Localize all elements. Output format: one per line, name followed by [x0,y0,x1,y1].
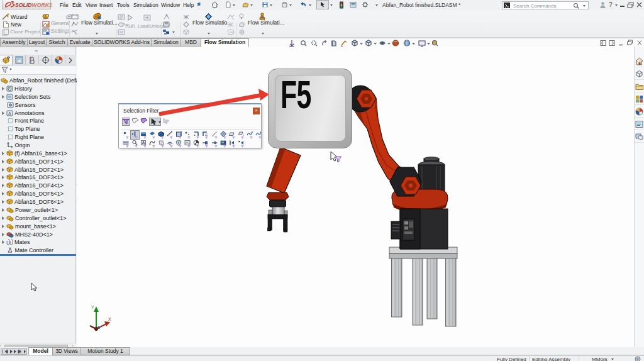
svg-text:SOLIDWORKS: SOLIDWORKS [15,2,52,8]
svg-text:A: A [8,111,11,115]
